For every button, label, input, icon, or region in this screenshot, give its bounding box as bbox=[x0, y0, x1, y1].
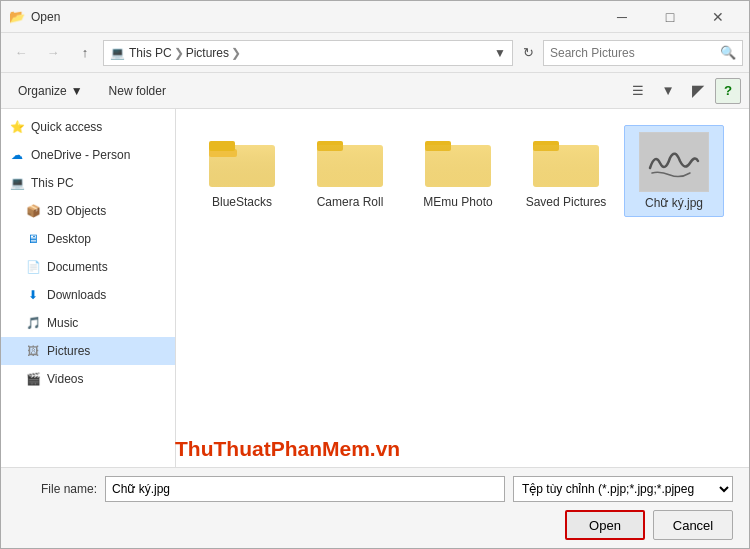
svg-rect-3 bbox=[209, 141, 235, 151]
toolbar-right: ☰ ▼ ◤ ? bbox=[625, 78, 741, 104]
sidebar-item-label-documents: Documents bbox=[47, 260, 108, 274]
back-button[interactable]: ← bbox=[7, 39, 35, 67]
dialog-icon: 📂 bbox=[9, 9, 25, 25]
folder-bluestacks[interactable]: BlueStacks bbox=[192, 125, 292, 217]
sidebar-item-label-desktop: Desktop bbox=[47, 232, 91, 246]
address-bar: ← → ↑ 💻 This PC ❯ Pictures ❯ ▼ ↻ 🔍 bbox=[1, 33, 749, 73]
sidebar-item-onedrive[interactable]: ☁ OneDrive - Person bbox=[1, 141, 175, 169]
filename-row: File name: Tệp tùy chỉnh (*.pjp;*.jpg;*.… bbox=[17, 476, 733, 502]
sidebar-item-label-thispc: This PC bbox=[31, 176, 74, 190]
cancel-button[interactable]: Cancel bbox=[653, 510, 733, 540]
new-folder-label: New folder bbox=[109, 84, 166, 98]
downloads-icon: ⬇ bbox=[25, 287, 41, 303]
svg-rect-9 bbox=[425, 145, 491, 187]
open-button[interactable]: Open bbox=[565, 510, 645, 540]
folder-camera-roll-label: Camera Roll bbox=[317, 195, 384, 209]
search-icon: 🔍 bbox=[720, 45, 736, 60]
videos-icon: 🎬 bbox=[25, 371, 41, 387]
pictures-icon: 🖼 bbox=[25, 343, 41, 359]
sidebar-item-label-3dobjects: 3D Objects bbox=[47, 204, 106, 218]
bottom-bar: File name: Tệp tùy chỉnh (*.pjp;*.jpg;*.… bbox=[1, 467, 749, 548]
3dobjects-icon: 📦 bbox=[25, 203, 41, 219]
folder-memu-photo-label: MEmu Photo bbox=[423, 195, 492, 209]
sidebar-item-label-onedrive: OneDrive - Person bbox=[31, 148, 130, 162]
path-part-pictures: Pictures bbox=[186, 46, 229, 60]
svg-rect-12 bbox=[533, 145, 599, 187]
filetype-select[interactable]: Tệp tùy chỉnh (*.pjp;*.jpg;*.pjpeg bbox=[513, 476, 733, 502]
folder-memu-photo[interactable]: MEmu Photo bbox=[408, 125, 508, 217]
action-row: Open Cancel bbox=[17, 510, 733, 540]
sidebar-item-pictures[interactable]: 🖼 Pictures bbox=[1, 337, 175, 365]
documents-icon: 📄 bbox=[25, 259, 41, 275]
search-box[interactable]: 🔍 bbox=[543, 40, 743, 66]
close-button[interactable]: ✕ bbox=[695, 1, 741, 33]
minimize-button[interactable]: ─ bbox=[599, 1, 645, 33]
quick-access-icon: ⭐ bbox=[9, 119, 25, 135]
folder-memu-photo-icon bbox=[423, 131, 493, 191]
sidebar-item-thispc[interactable]: 💻 This PC bbox=[1, 169, 175, 197]
title-bar: 📂 Open ─ □ ✕ bbox=[1, 1, 749, 33]
file-chu-ky[interactable]: Chữ ký.jpg bbox=[624, 125, 724, 217]
organize-button[interactable]: Organize ▼ bbox=[9, 78, 92, 104]
onedrive-icon: ☁ bbox=[9, 147, 25, 163]
maximize-button[interactable]: □ bbox=[647, 1, 693, 33]
folder-camera-roll[interactable]: Camera Roll bbox=[300, 125, 400, 217]
sidebar-item-label-music: Music bbox=[47, 316, 78, 330]
folder-bluestacks-icon bbox=[207, 131, 277, 191]
dialog-title: Open bbox=[31, 10, 599, 24]
open-dialog: 📂 Open ─ □ ✕ ← → ↑ 💻 This PC ❯ Pictures … bbox=[0, 0, 750, 549]
view-list-button[interactable]: ☰ bbox=[625, 78, 651, 104]
folder-saved-pictures[interactable]: Saved Pictures bbox=[516, 125, 616, 217]
sidebar-item-desktop[interactable]: 🖥 Desktop bbox=[1, 225, 175, 253]
sidebar-item-label-pictures: Pictures bbox=[47, 344, 90, 358]
organize-dropdown-icon: ▼ bbox=[71, 84, 83, 98]
forward-button[interactable]: → bbox=[39, 39, 67, 67]
file-chu-ky-label: Chữ ký.jpg bbox=[645, 196, 703, 210]
folder-saved-pictures-label: Saved Pictures bbox=[526, 195, 607, 209]
address-icon: 💻 bbox=[110, 46, 125, 60]
path-separator-1: ❯ bbox=[174, 46, 184, 60]
folder-saved-pictures-icon bbox=[531, 131, 601, 191]
svg-rect-6 bbox=[317, 145, 383, 187]
sidebar: ⭐ Quick access ☁ OneDrive - Person 💻 Thi… bbox=[1, 109, 176, 467]
sidebar-item-label-videos: Videos bbox=[47, 372, 83, 386]
view-details-dropdown[interactable]: ▼ bbox=[655, 78, 681, 104]
address-dropdown-arrow[interactable]: ▼ bbox=[494, 46, 506, 60]
new-folder-button[interactable]: New folder bbox=[100, 78, 175, 104]
organize-label: Organize bbox=[18, 84, 67, 98]
folder-bluestacks-label: BlueStacks bbox=[212, 195, 272, 209]
file-area: BlueStacks Camera Roll bbox=[176, 109, 749, 467]
view-pane-button[interactable]: ◤ bbox=[685, 78, 711, 104]
sidebar-item-documents[interactable]: 📄 Documents bbox=[1, 253, 175, 281]
main-area: ⭐ Quick access ☁ OneDrive - Person 💻 Thi… bbox=[1, 109, 749, 467]
path-part-thispc: This PC bbox=[129, 46, 172, 60]
thispc-icon: 💻 bbox=[9, 175, 25, 191]
signature-preview bbox=[640, 133, 708, 191]
music-icon: 🎵 bbox=[25, 315, 41, 331]
path-separator-2: ❯ bbox=[231, 46, 241, 60]
filename-input[interactable] bbox=[105, 476, 505, 502]
sidebar-item-3dobjects[interactable]: 📦 3D Objects bbox=[1, 197, 175, 225]
up-button[interactable]: ↑ bbox=[71, 39, 99, 67]
address-path[interactable]: 💻 This PC ❯ Pictures ❯ ▼ bbox=[103, 40, 513, 66]
search-input[interactable] bbox=[550, 46, 716, 60]
desktop-icon: 🖥 bbox=[25, 231, 41, 247]
sidebar-item-label-downloads: Downloads bbox=[47, 288, 106, 302]
toolbar: Organize ▼ New folder ☰ ▼ ◤ ? bbox=[1, 73, 749, 109]
file-thumbnail-chu-ky bbox=[639, 132, 709, 192]
sidebar-item-music[interactable]: 🎵 Music bbox=[1, 309, 175, 337]
folder-camera-roll-icon bbox=[315, 131, 385, 191]
sidebar-item-videos[interactable]: 🎬 Videos bbox=[1, 365, 175, 393]
sidebar-item-label-quick-access: Quick access bbox=[31, 120, 102, 134]
window-controls: ─ □ ✕ bbox=[599, 1, 741, 33]
help-button[interactable]: ? bbox=[715, 78, 741, 104]
sidebar-item-downloads[interactable]: ⬇ Downloads bbox=[1, 281, 175, 309]
filename-label: File name: bbox=[17, 482, 97, 496]
refresh-button[interactable]: ↻ bbox=[517, 42, 539, 64]
sidebar-item-quick-access[interactable]: ⭐ Quick access bbox=[1, 113, 175, 141]
